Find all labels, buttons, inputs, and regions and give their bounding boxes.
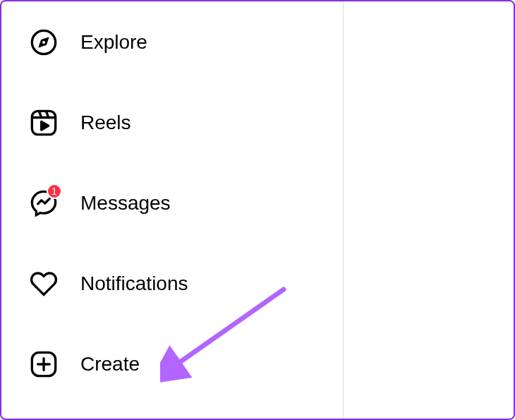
compass-icon [30,28,58,56]
sidebar: Explore Reels 1 M [1,1,344,419]
sidebar-item-notifications[interactable]: Notifications [30,257,343,311]
notification-badge: 1 [47,184,62,199]
sidebar-item-create[interactable]: Create [30,337,343,391]
heart-icon [30,270,58,298]
sidebar-item-label: Create [80,353,140,376]
sidebar-item-label: Reels [80,112,131,134]
sidebar-item-reels[interactable]: Reels [30,96,343,150]
sidebar-item-messages[interactable]: 1 Messages [30,176,343,230]
sidebar-item-label: Messages [80,192,171,215]
plus-square-icon [30,350,58,378]
sidebar-item-label: Explore [80,31,147,54]
svg-marker-7 [42,121,49,130]
reels-icon [30,109,58,137]
svg-point-2 [42,41,45,44]
sidebar-item-explore[interactable]: Explore [30,16,343,69]
sidebar-item-label: Notifications [80,272,188,295]
messenger-icon: 1 [30,189,58,217]
